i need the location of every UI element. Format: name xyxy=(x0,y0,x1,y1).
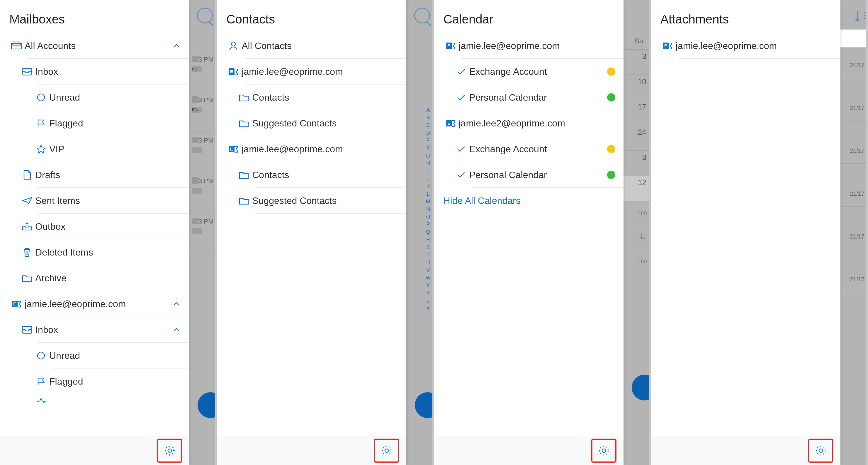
alpha-index-D[interactable]: D xyxy=(426,129,430,137)
svg-point-6 xyxy=(231,42,236,46)
settings-button[interactable] xyxy=(591,439,617,463)
folder-icon xyxy=(236,170,252,179)
chevron-up-icon[interactable] xyxy=(172,44,181,48)
sent-row[interactable]: Sent Items xyxy=(0,188,189,213)
account1-flagged-row[interactable]: Flagged xyxy=(0,369,189,394)
unread-icon xyxy=(33,93,49,102)
alpha-index-G[interactable]: G xyxy=(426,152,430,159)
contacts-folder-1[interactable]: Contacts xyxy=(217,85,406,110)
alpha-index-L[interactable]: L xyxy=(427,190,430,198)
calendar-panel-wrap: Calendar E jamie.lee@eoprime.com Exchang… xyxy=(434,0,651,465)
folder-icon xyxy=(236,196,252,205)
alpha-index-P[interactable]: P xyxy=(426,221,430,228)
alpha-index-E[interactable]: E xyxy=(426,137,430,144)
gear-icon xyxy=(380,444,393,457)
inbox-row[interactable]: Inbox xyxy=(0,59,189,85)
drafts-row[interactable]: Drafts xyxy=(0,162,189,188)
archive-row[interactable]: Archive xyxy=(0,265,189,291)
alpha-index-K[interactable]: K xyxy=(426,182,430,190)
alpha-index-C[interactable]: C xyxy=(426,121,430,129)
account1-vip-row-partial[interactable] xyxy=(0,394,189,408)
outbox-row[interactable]: Outbox xyxy=(0,213,189,239)
suggested-folder-2[interactable]: Suggested Contacts xyxy=(217,188,406,213)
alpha-index-Y[interactable]: Y xyxy=(426,289,430,297)
alpha-index-W[interactable]: W xyxy=(426,274,431,282)
inbox-icon xyxy=(19,325,35,334)
account1-flagged-label: Flagged xyxy=(49,376,181,387)
alpha-index-B[interactable]: B xyxy=(426,114,430,121)
all-contacts-row[interactable]: All Contacts xyxy=(217,33,406,59)
contacts-account1-row[interactable]: E jamie.lee@eoprime.com xyxy=(217,59,406,85)
account1-inbox-row[interactable]: Inbox xyxy=(0,317,189,343)
hide-all-calendars[interactable]: Hide All Calendars xyxy=(434,188,623,214)
chevron-up-icon[interactable] xyxy=(172,302,181,306)
alpha-index-V[interactable]: V xyxy=(426,266,430,274)
flag-icon xyxy=(33,118,49,128)
calendar-footer xyxy=(434,436,623,465)
folder-icon xyxy=(236,119,252,127)
calendar-account1-label: jamie.lee@eoprime.com xyxy=(459,40,615,51)
chevron-up-icon[interactable] xyxy=(172,328,181,332)
alpha-index-Z[interactable]: Z xyxy=(427,297,430,304)
personal-calendar-1[interactable]: Personal Calendar xyxy=(434,85,623,110)
alpha-index-T[interactable]: T xyxy=(427,251,430,259)
gear-icon xyxy=(163,444,176,457)
account1-inbox-label: Inbox xyxy=(35,324,172,335)
alpha-index-U[interactable]: U xyxy=(426,259,430,266)
alpha-index-X[interactable]: X xyxy=(426,282,430,289)
svg-point-12 xyxy=(382,446,391,455)
contacts-account2-label: jamie.lee@eoprime.com xyxy=(242,144,398,155)
alpha-index-A[interactable]: A xyxy=(426,106,430,114)
calendar-color-dot xyxy=(607,145,615,153)
mailboxes-title: Mailboxes xyxy=(0,0,189,33)
settings-button[interactable] xyxy=(808,439,833,463)
exchange-calendar-2[interactable]: Exchange Account xyxy=(434,136,623,162)
svg-text:E: E xyxy=(447,121,450,125)
calendar-account1-row[interactable]: E jamie.lee@eoprime.com xyxy=(434,33,623,59)
exchange-calendar-1[interactable]: Exchange Account xyxy=(434,59,623,85)
account1-row[interactable]: E jamie.lee@eoprime.com xyxy=(0,291,189,317)
contacts-folder-2[interactable]: Contacts xyxy=(217,162,406,188)
alpha-index-F[interactable]: F xyxy=(427,144,430,152)
folder-icon xyxy=(236,93,252,102)
svg-text:E: E xyxy=(447,43,450,48)
svg-text:E: E xyxy=(664,43,667,48)
alpha-index-S[interactable]: S xyxy=(426,243,430,251)
calendar-sidebar: Calendar E jamie.lee@eoprime.com Exchang… xyxy=(434,0,623,465)
all-accounts-label: All Accounts xyxy=(25,40,172,51)
vip-row[interactable]: VIP xyxy=(0,136,189,162)
flagged-row[interactable]: Flagged xyxy=(0,110,189,136)
alpha-index-R[interactable]: R xyxy=(426,236,430,243)
check-icon xyxy=(453,94,469,101)
alpha-index-#[interactable]: # xyxy=(427,304,430,312)
alpha-index-H[interactable]: H xyxy=(426,159,430,167)
all-accounts-row[interactable]: All Accounts xyxy=(0,33,189,59)
alpha-index-J[interactable]: J xyxy=(427,175,430,182)
compose-fab xyxy=(632,375,649,401)
svg-text:E: E xyxy=(230,69,233,74)
calendar-account2-row[interactable]: E jamie.lee2@eoprime.com xyxy=(434,110,623,136)
unread-row[interactable]: Unread xyxy=(0,85,189,110)
inbox-icon xyxy=(19,67,35,76)
alpha-index-M[interactable]: M xyxy=(426,198,430,205)
alphabet-index[interactable]: ABCDEFGHIJKLMNOPQRSTUVWXYZ# xyxy=(424,106,432,312)
alpha-index-I[interactable]: I xyxy=(427,167,429,175)
alpha-index-N[interactable]: N xyxy=(426,205,430,213)
alpha-index-Q[interactable]: Q xyxy=(426,228,430,236)
document-icon xyxy=(19,170,35,180)
suggested-folder-1[interactable]: Suggested Contacts xyxy=(217,110,406,136)
settings-button[interactable] xyxy=(374,439,399,463)
compose-fab xyxy=(197,392,215,418)
svg-point-18 xyxy=(599,446,608,455)
contacts-account2-row[interactable]: E jamie.lee@eoprime.com xyxy=(217,136,406,162)
settings-button[interactable] xyxy=(157,439,182,463)
sent-label: Sent Items xyxy=(35,195,181,206)
svg-point-17 xyxy=(602,449,606,453)
deleted-row[interactable]: Deleted Items xyxy=(0,239,189,265)
calendar-color-dot xyxy=(607,93,615,101)
outbox-label: Outbox xyxy=(35,221,181,232)
alpha-index-O[interactable]: O xyxy=(426,213,430,221)
attachments-account1-row[interactable]: E jamie.lee@eoprime.com xyxy=(651,33,840,59)
personal-calendar-2[interactable]: Personal Calendar xyxy=(434,162,623,188)
account1-unread-row[interactable]: Unread xyxy=(0,343,189,369)
